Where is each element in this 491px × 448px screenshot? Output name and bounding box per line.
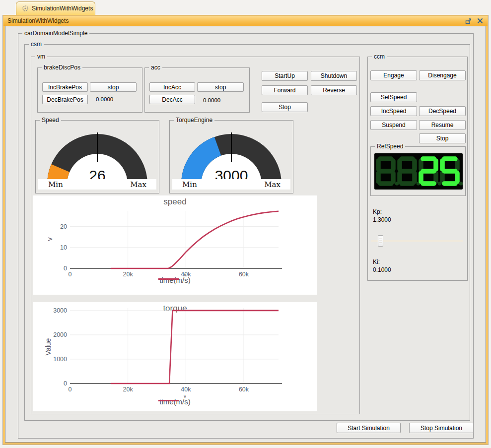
shutdown-button[interactable]: Shutdown <box>311 71 357 81</box>
svg-text:1000: 1000 <box>53 356 67 363</box>
kp-label: Kp: <box>373 208 382 215</box>
tab-label: SimulationWithWidgets <box>32 5 93 12</box>
legend-line-swatch <box>158 400 179 401</box>
gauge-min-label: Min <box>48 180 63 189</box>
window-content: carDomainModelSimple csm vm brakeDiscPos… <box>5 26 486 443</box>
reverse-button[interactable]: Reverse <box>311 85 357 95</box>
group-acc: acc IncAcc stop DecAcc 0.0000 <box>144 67 250 113</box>
svg-text:20k: 20k <box>123 271 134 278</box>
kp-value: 1.3000 <box>373 216 391 223</box>
incspeed-button[interactable]: IncSpeed <box>370 106 417 116</box>
svg-text:0: 0 <box>69 271 72 278</box>
svg-text:40k: 40k <box>181 386 191 393</box>
float-window-icon[interactable] <box>465 17 472 24</box>
window-title: SimulationWithWidgets <box>7 17 69 24</box>
group-label: vm <box>35 53 47 61</box>
gauge-max-label: Max <box>130 180 146 189</box>
setspeed-button[interactable]: SetSpeed <box>370 92 417 102</box>
gauge-min-label: Min <box>182 180 197 189</box>
svg-text:3000: 3000 <box>53 307 67 314</box>
kp-slider-track[interactable] <box>371 240 463 242</box>
simulation-config-icon <box>22 5 29 12</box>
forward-button[interactable]: Forward <box>262 85 308 95</box>
acc-value: 0.0000 <box>203 97 220 103</box>
tab-simulationwithwidgets[interactable]: SimulationWithWidgets <box>16 1 95 15</box>
group-label: Speed <box>40 117 61 124</box>
gauge-minmax-strip: Min Max <box>172 179 290 190</box>
group-label: csm <box>29 41 44 48</box>
engage-button[interactable]: Engage <box>370 70 417 80</box>
gauge-minmax-strip: Min Max <box>38 179 156 190</box>
acc-stop-button[interactable]: stop <box>197 82 244 92</box>
plot-area: 020k40k60k0100020003000 <box>33 302 317 411</box>
suspend-button[interactable]: Suspend <box>370 120 417 130</box>
group-label: acc <box>149 64 162 71</box>
window-titlebar[interactable]: SimulationWithWidgets <box>3 16 488 26</box>
group-brakediscpos: brakeDiscPos IncBrakePos stop DecBrakePo… <box>37 67 142 113</box>
simulation-window: SimulationWithWidgets carDomainModelSimp… <box>2 15 489 445</box>
group-label: RefSpeed <box>375 143 405 150</box>
group-label: ccm <box>372 53 387 61</box>
group-cardomainmodelsimple: carDomainModelSimple csm vm brakeDiscPos… <box>18 33 474 439</box>
legend-label: v <box>184 394 186 399</box>
svg-text:2000: 2000 <box>53 331 67 338</box>
inc-brakepos-button[interactable]: IncBrakePos <box>42 82 88 92</box>
gauge-max-label: Max <box>264 180 281 189</box>
speed-chart: speed v 020k40k60k01020 v time(m/s) <box>33 195 317 295</box>
group-csm: csm vm brakeDiscPos IncBrakePos stop Dec… <box>24 44 470 421</box>
legend-label: v <box>184 272 186 277</box>
svg-text:0: 0 <box>64 380 67 387</box>
resume-button[interactable]: Resume <box>419 120 466 130</box>
torque-chart: torque Value 020k40k60k0100020003000 v t… <box>33 302 317 411</box>
ccm-stop-button[interactable]: Stop <box>419 133 466 143</box>
group-vm: vm brakeDiscPos IncBrakePos stop DecBrak… <box>31 57 360 414</box>
group-ccm: ccm Engage Disengage SetSpeed IncSpeed D… <box>367 57 468 281</box>
svg-text:0: 0 <box>64 265 67 272</box>
svg-text:10: 10 <box>60 244 67 251</box>
brake-stop-button[interactable]: stop <box>90 82 137 92</box>
svg-text:0: 0 <box>69 386 72 393</box>
svg-text:60k: 60k <box>239 271 249 278</box>
vm-stop-button[interactable]: Stop <box>262 102 308 112</box>
brakepos-value: 0.0000 <box>96 96 113 102</box>
svg-text:20: 20 <box>60 223 67 230</box>
group-label: carDomainModelSimple <box>22 30 89 37</box>
dec-acc-button[interactable]: DecAcc <box>149 95 195 104</box>
disengage-button[interactable]: Disengage <box>419 70 466 80</box>
seven-segment-display <box>374 153 463 190</box>
close-icon[interactable] <box>477 17 484 24</box>
speed-gauge: Speed 26 Min Max <box>35 120 159 193</box>
decspeed-button[interactable]: DecSpeed <box>419 106 466 116</box>
start-simulation-button[interactable]: Start Simulation <box>337 423 401 433</box>
inc-acc-button[interactable]: IncAcc <box>149 82 195 92</box>
refspeed-display <box>374 153 463 190</box>
group-label: brakeDiscPos <box>42 64 82 71</box>
torque-gauge: TorqueEngine 3000 Min Max <box>169 120 293 193</box>
startup-button[interactable]: StartUp <box>262 71 308 81</box>
kp-slider-handle[interactable] <box>378 235 383 247</box>
svg-text:20k: 20k <box>123 386 134 393</box>
group-label: TorqueEngine <box>174 117 214 124</box>
x-axis-label-group: v time(m/s) <box>159 276 191 285</box>
svg-text:60k: 60k <box>239 386 249 393</box>
stop-simulation-button[interactable]: Stop Simulation <box>409 423 474 433</box>
group-refspeed: RefSpeed <box>370 146 466 196</box>
dec-brakepos-button[interactable]: DecBrakePos <box>42 95 88 104</box>
ki-value: 0.1000 <box>373 266 391 273</box>
x-axis-label-group: v time(m/s) <box>159 397 191 406</box>
legend-line-swatch <box>158 278 179 280</box>
ki-label: Ki: <box>373 258 380 265</box>
